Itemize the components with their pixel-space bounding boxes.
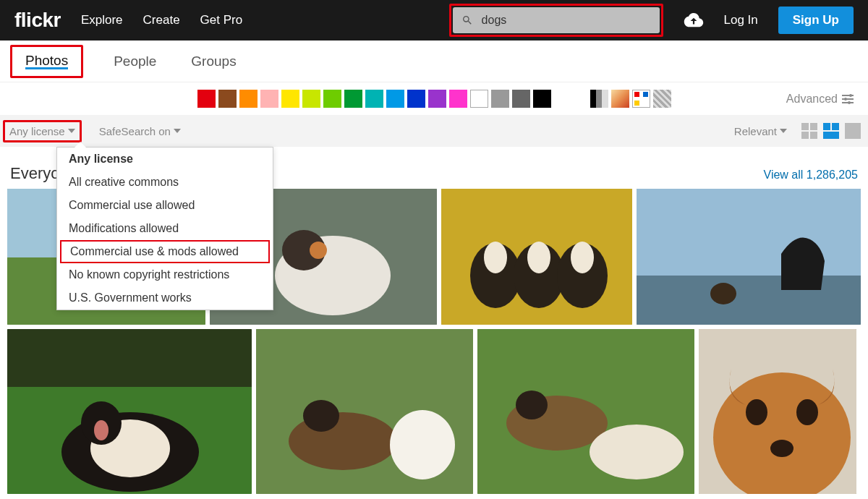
view-large-icon[interactable] [845,123,861,139]
tab-groups[interactable]: Groups [187,42,240,81]
view-mode-icons [801,123,861,139]
upload-icon[interactable] [684,12,704,28]
nav-explore[interactable]: Explore [81,13,123,27]
svg-point-26 [303,400,339,432]
tab-people[interactable]: People [109,42,161,81]
color-swatch[interactable] [407,90,425,108]
color-swatch[interactable] [365,90,383,108]
photo-thumb[interactable] [256,329,473,494]
license-option[interactable]: No known copyright restrictions [57,263,273,286]
photo-row [7,329,861,494]
color-swatch[interactable] [281,90,299,108]
color-swatch[interactable] [512,90,530,108]
pattern-swatches [590,90,671,108]
svg-rect-18 [7,329,252,387]
search-box[interactable] [453,7,660,33]
color-swatch[interactable] [533,90,551,108]
tab-photos-highlight: Photos [10,45,83,78]
primary-nav: Explore Create Get Pro [81,13,242,27]
license-option[interactable]: Commercial use & mods allowed [60,240,270,263]
pattern-dof[interactable] [611,90,629,108]
filter-right-group: Relevant [730,122,861,140]
pattern-bw[interactable] [590,90,608,108]
caret-down-icon [174,129,181,133]
color-swatch[interactable] [302,90,320,108]
nav-get-pro[interactable]: Get Pro [200,13,243,27]
search-icon [461,14,473,27]
svg-rect-16 [637,276,861,325]
license-option[interactable]: Commercial use allowed [57,194,273,217]
safesearch-filter[interactable]: SafeSearch on [95,122,185,140]
svg-rect-15 [637,189,861,276]
svg-point-30 [516,391,548,419]
caret-down-icon [780,129,787,133]
search-tabs: Photos People Groups [0,40,868,82]
license-option[interactable]: Any license [57,148,273,171]
pattern-minimal[interactable] [632,90,650,108]
advanced-toggle[interactable]: Advanced [786,93,854,106]
photo-thumb[interactable] [477,329,694,494]
signup-button[interactable]: Sign Up [778,7,854,34]
color-filter-row: Advanced [0,82,868,115]
license-filter[interactable]: Any license [3,120,82,142]
license-filter-label: Any license [9,125,65,137]
top-navigation: flickr Explore Create Get Pro Log In Sig… [0,0,868,40]
color-swatch[interactable] [260,90,278,108]
color-swatch[interactable] [386,90,404,108]
caret-down-icon [68,129,75,133]
sliders-icon [842,95,854,103]
sort-filter[interactable]: Relevant [730,122,791,140]
photo-thumb[interactable] [441,189,632,325]
svg-point-12 [484,242,507,273]
search-input[interactable] [482,14,651,27]
color-swatch[interactable] [470,90,488,108]
color-swatch[interactable] [449,90,467,108]
svg-point-23 [94,420,109,440]
color-swatch[interactable] [491,90,509,108]
svg-point-14 [571,242,594,273]
color-swatch[interactable] [344,90,362,108]
photo-thumb[interactable] [637,189,861,325]
pattern-texture[interactable] [653,90,671,108]
color-swatch[interactable] [197,90,216,108]
svg-point-34 [746,399,767,425]
svg-point-7 [310,242,327,259]
color-swatch[interactable] [239,90,258,108]
safesearch-label: SafeSearch on [99,125,171,137]
filter-bar: Any license SafeSearch on Relevant Any l… [0,115,868,147]
svg-point-13 [527,242,550,273]
license-option[interactable]: Modifications allowed [57,217,273,240]
search-highlight [449,4,663,37]
svg-point-27 [390,410,455,479]
color-swatches [197,90,551,108]
photo-thumb[interactable] [7,329,252,494]
license-dropdown: Any licenseAll creative commonsCommercia… [56,147,273,310]
sort-label: Relevant [734,125,777,137]
nav-create[interactable]: Create [143,13,180,27]
color-swatch[interactable] [323,90,341,108]
tab-photos[interactable]: Photos [25,53,68,69]
flickr-logo[interactable]: flickr [14,9,61,32]
svg-point-36 [770,440,793,457]
login-link[interactable]: Log In [724,13,758,27]
view-grid-icon[interactable] [801,123,817,139]
svg-point-31 [590,425,684,479]
color-swatch[interactable] [218,90,237,108]
color-swatch[interactable] [428,90,446,108]
results-title: Everyo [10,164,59,183]
svg-point-35 [796,399,818,425]
license-option[interactable]: U.S. Government works [57,286,273,310]
advanced-label: Advanced [786,93,838,106]
license-option[interactable]: All creative commons [57,171,273,194]
view-all-link[interactable]: View all 1,286,205 [764,169,858,182]
view-justified-icon[interactable] [823,123,839,139]
photo-thumb[interactable] [699,329,856,494]
svg-point-17 [710,283,736,304]
